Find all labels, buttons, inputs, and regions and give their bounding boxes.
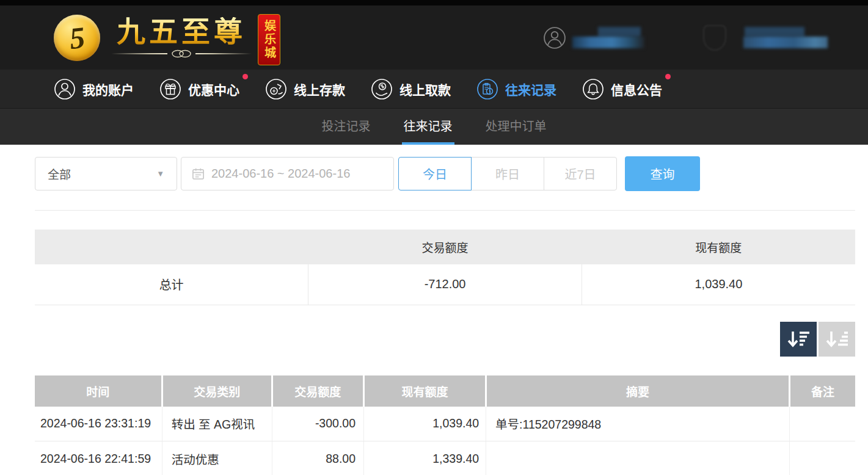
- col-header-remark: 备注: [790, 375, 855, 407]
- col-header-type: 交易类别: [162, 375, 272, 407]
- brand-logo[interactable]: 5 九五至尊 娱乐城: [54, 10, 280, 65]
- tab-processing-orders[interactable]: 处理中订单: [484, 109, 549, 145]
- summary-header-row: 交易额度 现有额度: [35, 230, 855, 264]
- cell-time: 2024-06-16 23:31:19: [35, 407, 162, 441]
- chevron-down-icon: ▼: [156, 169, 164, 178]
- nav-label: 信息公告: [611, 80, 662, 98]
- cell-type: 转出 至 AG视讯: [162, 407, 272, 441]
- section-divider: [35, 210, 855, 211]
- redacted-badge-icon: [703, 25, 726, 51]
- cell-time: 2024-06-16 22:41:59: [35, 441, 162, 475]
- transaction-type-select[interactable]: 全部 ▼: [35, 157, 177, 190]
- page-top-strip: [0, 0, 868, 5]
- brand-flourish-ornament: [111, 49, 252, 58]
- sort-controls: [35, 322, 855, 357]
- search-button[interactable]: 查询: [625, 156, 700, 191]
- tab-transaction-records[interactable]: 往来记录: [402, 109, 454, 145]
- nav-item-promotions[interactable]: 优惠中心: [159, 78, 239, 100]
- sort-amount-asc-icon: [825, 327, 849, 351]
- cell-type: 活动优惠: [162, 441, 272, 475]
- calendar-icon: [191, 167, 205, 181]
- brand-badge: 娱乐城: [258, 14, 280, 65]
- summary-transaction-amount-value: -712.00: [308, 264, 582, 305]
- cell-summary: 单号:115207299848: [486, 407, 790, 441]
- user-area: [543, 25, 828, 51]
- date-range-value: 2024-06-16 ~ 2024-06-16: [211, 167, 350, 181]
- brand-monogram: 5: [68, 21, 86, 53]
- summary-header-current-balance: 现有额度: [582, 230, 855, 264]
- quick-range-group: 今日 昨日 近7日: [398, 157, 617, 190]
- cell-summary: [486, 441, 790, 475]
- summary-header-empty: [35, 230, 308, 264]
- summary-header-transaction-amount: 交易额度: [308, 230, 582, 264]
- quick-range-today-button[interactable]: 今日: [398, 157, 472, 190]
- sort-ascending-button[interactable]: [819, 322, 855, 357]
- deposit-icon: [265, 78, 287, 100]
- nav-item-withdraw[interactable]: 线上取款: [371, 78, 451, 100]
- filter-row: 全部 ▼ 2024-06-16 ~ 2024-06-16 今日 昨日 近7日 查…: [35, 156, 855, 191]
- records-tab-bar: 投注记录 往来记录 处理中订单: [0, 108, 868, 145]
- nav-item-my-account[interactable]: 我的账户: [54, 78, 134, 100]
- date-range-input[interactable]: 2024-06-16 ~ 2024-06-16: [181, 157, 394, 190]
- cell-balance: 1,039.40: [364, 407, 486, 441]
- col-header-amount: 交易额度: [272, 375, 363, 407]
- records-header-row: 时间 交易类别 交易额度 现有额度 摘要 备注: [35, 375, 855, 407]
- quick-range-last7days-button[interactable]: 近7日: [544, 157, 617, 190]
- sort-descending-button[interactable]: [780, 322, 817, 357]
- user-icon: [54, 78, 76, 100]
- quick-range-yesterday-button[interactable]: 昨日: [471, 157, 544, 190]
- cell-remark: [790, 441, 855, 475]
- nav-item-deposit[interactable]: 线上存款: [265, 78, 345, 100]
- nav-item-transaction-records[interactable]: 往来记录: [476, 78, 556, 100]
- infinity-ornament-icon: [171, 49, 192, 58]
- bell-icon: [582, 78, 604, 100]
- site-header: 5 九五至尊 娱乐城: [0, 5, 868, 70]
- nav-label: 线上取款: [399, 80, 451, 98]
- content-area: 全部 ▼ 2024-06-16 ~ 2024-06-16 今日 昨日 近7日 查…: [35, 156, 855, 475]
- tab-betting-records[interactable]: 投注记录: [320, 109, 373, 145]
- brand-coin-icon: 5: [54, 15, 100, 61]
- nav-label: 我的账户: [82, 80, 134, 98]
- redacted-username: [572, 27, 644, 48]
- nav-item-announcements[interactable]: 信息公告: [582, 78, 662, 100]
- col-header-summary: 摘要: [486, 375, 790, 407]
- table-row: 2024-06-16 23:31:19 转出 至 AG视讯 -300.00 1,…: [35, 407, 855, 441]
- summary-table: 交易额度 现有额度 总计 -712.00 1,039.40: [35, 230, 855, 305]
- nav-label: 线上存款: [294, 80, 345, 98]
- brand-name: 九五至尊: [117, 17, 246, 47]
- nav-label: 往来记录: [505, 80, 556, 98]
- notification-dot: [243, 74, 248, 79]
- cell-amount: -300.00: [272, 407, 363, 441]
- col-header-time: 时间: [35, 375, 162, 407]
- redacted-balance: [743, 27, 828, 48]
- notification-dot: [665, 74, 671, 79]
- main-nav: 我的账户 优惠中心 线上存款 线上取款: [0, 70, 868, 108]
- table-row: 2024-06-16 22:41:59 活动优惠 88.00 1,339.40: [35, 441, 855, 475]
- nav-label: 优惠中心: [188, 80, 239, 98]
- summary-total-row: 总计 -712.00 1,039.40: [35, 264, 855, 305]
- cell-amount: 88.00: [272, 441, 363, 475]
- cell-balance: 1,339.40: [364, 441, 486, 475]
- withdraw-icon: [371, 78, 393, 100]
- records-icon: [476, 78, 498, 100]
- cell-remark: [790, 407, 855, 441]
- summary-total-label: 总计: [35, 264, 308, 305]
- selected-type-value: 全部: [48, 165, 71, 182]
- records-table: 时间 交易类别 交易额度 现有额度 摘要 备注 2024-06-16 23:31…: [35, 375, 855, 475]
- col-header-balance: 现有额度: [364, 375, 486, 407]
- account-avatar-icon[interactable]: [543, 26, 566, 49]
- sort-amount-desc-icon: [786, 327, 811, 351]
- summary-current-balance-value: 1,039.40: [582, 264, 855, 305]
- gift-icon: [159, 78, 181, 100]
